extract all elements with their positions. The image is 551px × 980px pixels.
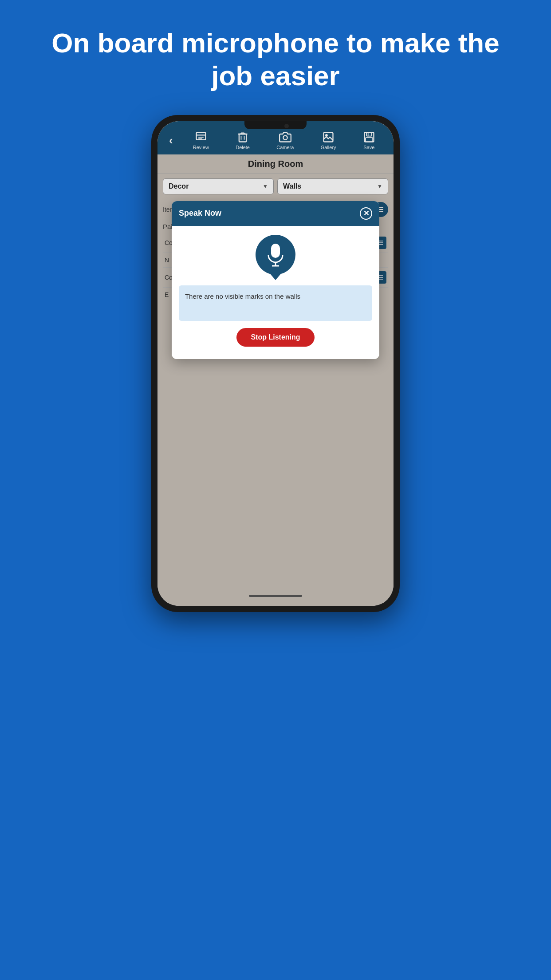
modal-body: There are no visible marks on the walls … bbox=[172, 226, 379, 359]
modal-overlay: Speak Now ✕ bbox=[157, 121, 394, 606]
stop-listening-button[interactable]: Stop Listening bbox=[236, 328, 314, 347]
phone-mockup: ‹ Review bbox=[151, 115, 400, 923]
speech-text-box: There are no visible marks on the walls bbox=[179, 285, 372, 321]
modal-header: Speak Now ✕ bbox=[172, 201, 379, 226]
microphone-icon bbox=[266, 243, 285, 267]
app-screen: ‹ Review bbox=[157, 121, 394, 606]
speech-text: There are no visible marks on the walls bbox=[185, 292, 300, 300]
mic-bubble-icon bbox=[256, 235, 295, 275]
svg-rect-30 bbox=[271, 244, 280, 258]
modal-close-button[interactable]: ✕ bbox=[360, 207, 372, 220]
phone-shell: ‹ Review bbox=[151, 115, 400, 612]
speak-now-modal: Speak Now ✕ bbox=[172, 201, 379, 359]
phone-screen: ‹ Review bbox=[157, 121, 394, 606]
hero-heading: On board microphone to make the job easi… bbox=[0, 0, 551, 111]
modal-title: Speak Now bbox=[179, 209, 221, 218]
